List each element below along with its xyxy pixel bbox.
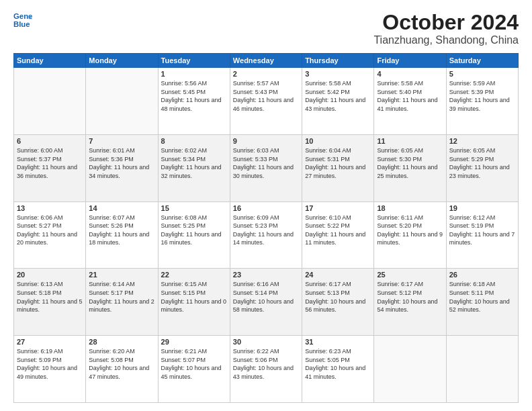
day-info: Sunrise: 6:12 AMSunset: 5:19 PMDaylight:…: [449, 214, 515, 247]
table-row: 25Sunrise: 6:17 AMSunset: 5:12 PMDayligh…: [374, 269, 446, 336]
day-info: Sunrise: 5:58 AMSunset: 5:40 PMDaylight:…: [377, 79, 443, 113]
table-row: 23Sunrise: 6:16 AMSunset: 5:14 PMDayligh…: [230, 269, 302, 336]
day-number: 25: [377, 271, 443, 279]
day-number: 5: [449, 70, 515, 78]
calendar-week-row: 1Sunrise: 5:56 AMSunset: 5:45 PMDaylight…: [14, 68, 519, 135]
day-number: 30: [233, 338, 299, 346]
table-row: 29Sunrise: 6:21 AMSunset: 5:07 PMDayligh…: [158, 336, 230, 403]
day-info: Sunrise: 6:01 AMSunset: 5:36 PMDaylight:…: [89, 146, 154, 180]
day-info: Sunrise: 6:11 AMSunset: 5:20 PMDaylight:…: [377, 214, 443, 247]
day-number: 27: [17, 338, 83, 346]
day-number: 6: [17, 137, 83, 145]
day-number: 7: [89, 137, 154, 145]
day-number: 21: [89, 271, 154, 279]
table-row: 7Sunrise: 6:01 AMSunset: 5:36 PMDaylight…: [86, 134, 158, 201]
day-number: 28: [89, 338, 154, 346]
day-info: Sunrise: 6:06 AMSunset: 5:27 PMDaylight:…: [17, 214, 83, 247]
table-row: 12Sunrise: 6:05 AMSunset: 5:29 PMDayligh…: [446, 134, 518, 201]
title-block: October 2024 Tianzhuang, Shandong, China: [373, 11, 519, 46]
day-number: 8: [161, 137, 227, 145]
table-row: 31Sunrise: 6:23 AMSunset: 5:05 PMDayligh…: [302, 336, 374, 403]
day-number: 19: [449, 204, 515, 212]
col-header-tuesday: Tuesday: [158, 54, 230, 68]
day-info: Sunrise: 6:14 AMSunset: 5:17 PMDaylight:…: [89, 280, 154, 314]
col-header-monday: Monday: [86, 54, 158, 68]
day-number: 24: [305, 271, 371, 279]
table-row: 17Sunrise: 6:10 AMSunset: 5:22 PMDayligh…: [302, 201, 374, 269]
day-number: 10: [305, 137, 371, 145]
day-info: Sunrise: 6:05 AMSunset: 5:29 PMDaylight:…: [449, 146, 515, 180]
day-number: 16: [233, 204, 299, 212]
table-row: 19Sunrise: 6:12 AMSunset: 5:19 PMDayligh…: [446, 201, 518, 269]
svg-text:Blue: Blue: [13, 20, 30, 28]
day-number: 4: [377, 70, 443, 78]
table-row: 26Sunrise: 6:18 AMSunset: 5:11 PMDayligh…: [446, 269, 518, 336]
day-number: 14: [89, 204, 154, 212]
table-row: 18Sunrise: 6:11 AMSunset: 5:20 PMDayligh…: [374, 201, 446, 269]
col-header-thursday: Thursday: [302, 54, 374, 68]
table-row: [86, 68, 158, 135]
day-number: 31: [305, 338, 371, 346]
day-info: Sunrise: 6:10 AMSunset: 5:22 PMDaylight:…: [305, 214, 371, 247]
day-info: Sunrise: 6:03 AMSunset: 5:33 PMDaylight:…: [233, 146, 299, 180]
table-row: 8Sunrise: 6:02 AMSunset: 5:34 PMDaylight…: [158, 134, 230, 201]
day-info: Sunrise: 5:58 AMSunset: 5:42 PMDaylight:…: [305, 79, 371, 113]
table-row: 15Sunrise: 6:08 AMSunset: 5:25 PMDayligh…: [158, 201, 230, 269]
day-info: Sunrise: 6:04 AMSunset: 5:31 PMDaylight:…: [305, 146, 371, 180]
table-row: 2Sunrise: 5:57 AMSunset: 5:43 PMDaylight…: [230, 68, 302, 135]
day-number: 26: [449, 271, 515, 279]
table-row: 1Sunrise: 5:56 AMSunset: 5:45 PMDaylight…: [158, 68, 230, 135]
page: General Blue October 2024 Tianzhuang, Sh…: [0, 0, 532, 411]
day-info: Sunrise: 6:05 AMSunset: 5:30 PMDaylight:…: [377, 146, 443, 180]
table-row: 4Sunrise: 5:58 AMSunset: 5:40 PMDaylight…: [374, 68, 446, 135]
day-info: Sunrise: 6:21 AMSunset: 5:07 PMDaylight:…: [161, 347, 227, 381]
day-info: Sunrise: 5:59 AMSunset: 5:39 PMDaylight:…: [449, 79, 515, 113]
calendar-week-row: 27Sunrise: 6:19 AMSunset: 5:09 PMDayligh…: [14, 336, 519, 403]
day-number: 18: [377, 204, 443, 212]
day-number: 17: [305, 204, 371, 212]
table-row: 11Sunrise: 6:05 AMSunset: 5:30 PMDayligh…: [374, 134, 446, 201]
col-header-friday: Friday: [374, 54, 446, 68]
table-row: 14Sunrise: 6:07 AMSunset: 5:26 PMDayligh…: [86, 201, 158, 269]
day-number: 23: [233, 271, 299, 279]
day-info: Sunrise: 6:16 AMSunset: 5:14 PMDaylight:…: [233, 280, 299, 314]
logo-icon: General Blue: [13, 11, 32, 30]
table-row: 10Sunrise: 6:04 AMSunset: 5:31 PMDayligh…: [302, 134, 374, 201]
table-row: 5Sunrise: 5:59 AMSunset: 5:39 PMDaylight…: [446, 68, 518, 135]
day-info: Sunrise: 6:17 AMSunset: 5:12 PMDaylight:…: [377, 280, 443, 314]
table-row: 27Sunrise: 6:19 AMSunset: 5:09 PMDayligh…: [14, 336, 86, 403]
day-info: Sunrise: 6:18 AMSunset: 5:11 PMDaylight:…: [449, 280, 515, 314]
day-info: Sunrise: 6:19 AMSunset: 5:09 PMDaylight:…: [17, 347, 83, 381]
table-row: 24Sunrise: 6:17 AMSunset: 5:13 PMDayligh…: [302, 269, 374, 336]
day-number: 13: [17, 204, 83, 212]
day-number: 2: [233, 70, 299, 78]
day-number: 3: [305, 70, 371, 78]
calendar-week-row: 6Sunrise: 6:00 AMSunset: 5:37 PMDaylight…: [14, 134, 519, 201]
day-info: Sunrise: 6:20 AMSunset: 5:08 PMDaylight:…: [89, 347, 154, 381]
subtitle: Tianzhuang, Shandong, China: [373, 34, 519, 46]
day-info: Sunrise: 6:02 AMSunset: 5:34 PMDaylight:…: [161, 146, 227, 180]
day-number: 12: [449, 137, 515, 145]
table-row: 3Sunrise: 5:58 AMSunset: 5:42 PMDaylight…: [302, 68, 374, 135]
table-row: 20Sunrise: 6:13 AMSunset: 5:18 PMDayligh…: [14, 269, 86, 336]
table-row: 22Sunrise: 6:15 AMSunset: 5:15 PMDayligh…: [158, 269, 230, 336]
table-row: 21Sunrise: 6:14 AMSunset: 5:17 PMDayligh…: [86, 269, 158, 336]
col-header-saturday: Saturday: [446, 54, 518, 68]
day-info: Sunrise: 6:15 AMSunset: 5:15 PMDaylight:…: [161, 280, 227, 314]
table-row: [14, 68, 86, 135]
table-row: 16Sunrise: 6:09 AMSunset: 5:23 PMDayligh…: [230, 201, 302, 269]
table-row: [374, 336, 446, 403]
day-number: 9: [233, 137, 299, 145]
col-header-sunday: Sunday: [14, 54, 86, 68]
day-info: Sunrise: 6:23 AMSunset: 5:05 PMDaylight:…: [305, 347, 371, 381]
calendar-week-row: 20Sunrise: 6:13 AMSunset: 5:18 PMDayligh…: [14, 269, 519, 336]
table-row: 28Sunrise: 6:20 AMSunset: 5:08 PMDayligh…: [86, 336, 158, 403]
table-row: 13Sunrise: 6:06 AMSunset: 5:27 PMDayligh…: [14, 201, 86, 269]
table-row: 30Sunrise: 6:22 AMSunset: 5:06 PMDayligh…: [230, 336, 302, 403]
day-number: 29: [161, 338, 227, 346]
calendar-header-row: Sunday Monday Tuesday Wednesday Thursday…: [14, 54, 519, 68]
table-row: 6Sunrise: 6:00 AMSunset: 5:37 PMDaylight…: [14, 134, 86, 201]
day-info: Sunrise: 5:56 AMSunset: 5:45 PMDaylight:…: [161, 79, 227, 113]
day-info: Sunrise: 6:00 AMSunset: 5:37 PMDaylight:…: [17, 146, 83, 180]
day-info: Sunrise: 6:17 AMSunset: 5:13 PMDaylight:…: [305, 280, 371, 314]
